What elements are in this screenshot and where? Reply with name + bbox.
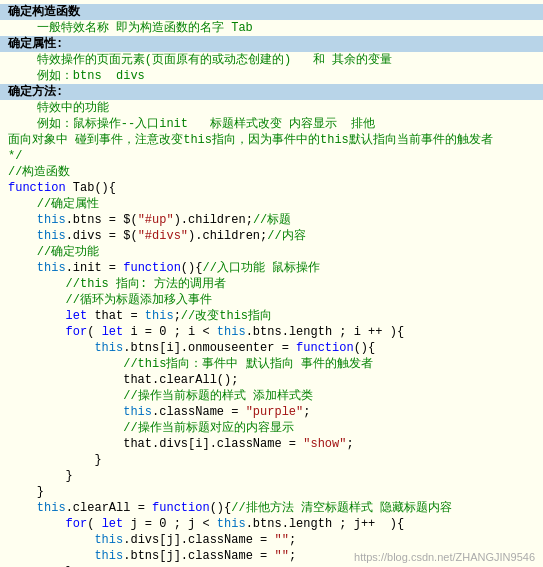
watermark: https://blog.csdn.net/ZHANGJIN9546 bbox=[354, 551, 535, 563]
code-line: //确定功能 bbox=[0, 244, 543, 260]
code-line: //确定属性 bbox=[0, 196, 543, 212]
code-line: //构造函数 bbox=[0, 164, 543, 180]
code-line: 确定方法: bbox=[0, 84, 543, 100]
code-line: 特效操作的页面元素(页面原有的或动态创建的) 和 其余的变量 bbox=[0, 52, 543, 68]
code-line: //循环为标题添加移入事件 bbox=[0, 292, 543, 308]
code-line: //操作当前标题对应的内容显示 bbox=[0, 420, 543, 436]
code-line: this.btns[i].onmouseenter = function(){ bbox=[0, 340, 543, 356]
code-line: this.init = function(){//入口功能 鼠标操作 bbox=[0, 260, 543, 276]
code-line: //this指向：事件中 默认指向 事件的触发者 bbox=[0, 356, 543, 372]
code-line: //this 指向: 方法的调用者 bbox=[0, 276, 543, 292]
code-line: this.btns = $("#up").children;//标题 bbox=[0, 212, 543, 228]
code-line: this.divs[j].className = ""; bbox=[0, 532, 543, 548]
code-line: for( let i = 0 ; i < this.btns.length ; … bbox=[0, 324, 543, 340]
code-line: this.className = "purple"; bbox=[0, 404, 543, 420]
code-line: this.clearAll = function(){//排他方法 清空标题样式… bbox=[0, 500, 543, 516]
code-container: 确定构造函数 一般特效名称 即为构造函数的名字 Tab确定属性: 特效操作的页面… bbox=[0, 0, 543, 567]
code-line: let that = this;//改变this指向 bbox=[0, 308, 543, 324]
code-line: 确定属性: bbox=[0, 36, 543, 52]
code-line: this.divs = $("#divs").children;//内容 bbox=[0, 228, 543, 244]
code-line: */ bbox=[0, 148, 543, 164]
code-line: //操作当前标题的样式 添加样式类 bbox=[0, 388, 543, 404]
code-line: 面向对象中 碰到事件，注意改变this指向，因为事件中的this默认指向当前事件… bbox=[0, 132, 543, 148]
code-line: 例如：鼠标操作--入口init 标题样式改变 内容显示 排他 bbox=[0, 116, 543, 132]
code-line: for( let j = 0 ; j < this.btns.length ; … bbox=[0, 516, 543, 532]
code-line: } bbox=[0, 484, 543, 500]
code-line: 一般特效名称 即为构造函数的名字 Tab bbox=[0, 20, 543, 36]
code-line: 特效中的功能 bbox=[0, 100, 543, 116]
code-line: that.clearAll(); bbox=[0, 372, 543, 388]
code-line: } bbox=[0, 468, 543, 484]
code-line: } bbox=[0, 452, 543, 468]
code-line: 确定构造函数 bbox=[0, 4, 543, 20]
code-line: function Tab(){ bbox=[0, 180, 543, 196]
code-line: 例如：btns divs bbox=[0, 68, 543, 84]
code-line: that.divs[i].className = "show"; bbox=[0, 436, 543, 452]
